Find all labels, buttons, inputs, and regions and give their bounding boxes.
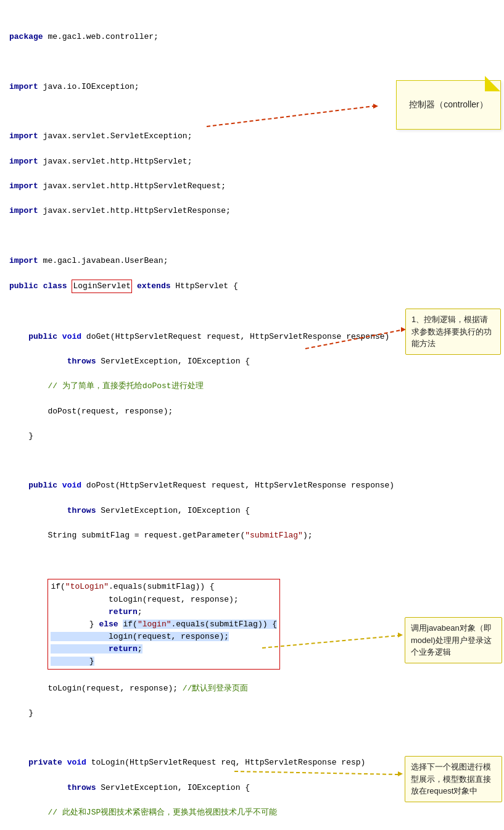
line-23: } [9,707,504,720]
control-logic-note-text: 1、控制逻辑，根据请求参数选择要执行的功能方法 [411,315,492,348]
line-16: doPost(request, response); [9,405,504,418]
line-3: import java.io.IOException; [9,81,504,93]
javabean-note-text: 调用javabean对象（即model)处理用户登录这个业务逻辑 [411,623,492,657]
line-blank6 [9,732,504,744]
line-21: String submitFlag = request.getParameter… [9,529,504,542]
line-blank5 [9,455,504,467]
code-content: package me.gacl.web.controller; import j… [9,6,504,830]
line-blank3 [9,230,504,243]
line-blank2 [9,106,504,118]
page-wrapper: 控制器（controller） 1、控制逻辑，根据请求参数选择要执行的功能方法 … [9,6,504,830]
line-1: package me.gacl.web.controller; [9,31,504,43]
line-6: import javax.servlet.http.HttpServlet; [9,156,504,168]
line-11: public class LoginServlet extends HttpSe… [9,280,504,293]
view-note: 选择下一个视图进行模型展示，模型数据直接放在request对象中 [405,756,502,802]
line-7: import javax.servlet.http.HttpServletReq… [9,180,504,193]
line-22: toLogin(request, response); //默认到登录页面 [9,683,504,695]
line-blank [9,56,504,68]
line-27: // 此处和JSP视图技术紧密耦合，更换其他视图技术几乎不可能 [9,807,504,819]
line-10: import me.gacl.javabean.UserBean; [9,255,504,267]
line-17: } [9,430,504,442]
line-20: throws ServletException, IOException { [9,505,504,517]
control-logic-note: 1、控制逻辑，根据请求参数选择要执行的功能方法 [405,309,501,355]
line-8: import javax.servlet.http.HttpServletRes… [9,205,504,217]
line-15: // 为了简单，直接委托给doPost进行处理 [9,380,504,392]
view-note-text: 选择下一个视图进行模型展示，模型数据直接放在request对象中 [411,762,491,795]
line-19: public void doPost(HttpServletRequest re… [9,479,504,492]
line-5: import javax.servlet.ServletException; [9,130,504,143]
javabean-note: 调用javabean对象（即model)处理用户登录这个业务逻辑 [405,617,502,663]
line-14: throws ServletException, IOException { [9,355,504,368]
